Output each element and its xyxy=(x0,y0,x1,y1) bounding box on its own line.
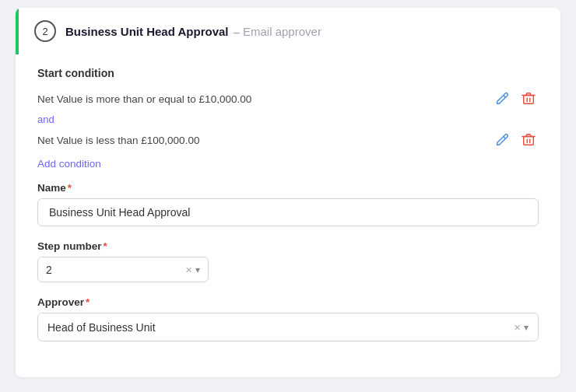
add-condition-link[interactable]: Add condition xyxy=(37,158,101,170)
name-input[interactable] xyxy=(37,198,539,226)
edit-condition-2-button[interactable] xyxy=(492,130,512,150)
approver-label: Approver* xyxy=(37,296,539,308)
condition-actions-1 xyxy=(492,89,539,109)
condition-row-1: Net Value is more than or equal to £10,0… xyxy=(37,89,539,109)
approver-required-star: * xyxy=(86,296,90,308)
approver-clear-icon[interactable]: × xyxy=(514,320,521,334)
step-number-form-group: Step number* 2 × ▾ xyxy=(37,240,539,282)
step-number-dropdown-icon: ▾ xyxy=(195,264,200,275)
card-header: 2 Business Unit Head Approval – Email ap… xyxy=(16,8,560,54)
name-label: Name* xyxy=(37,182,539,194)
approver-select[interactable]: Head of Business Unit × ▾ xyxy=(37,313,539,341)
name-required-star: * xyxy=(68,182,72,194)
step-number-required-star: * xyxy=(104,240,107,252)
page-container: 2 Business Unit Head Approval – Email ap… xyxy=(0,0,576,392)
approver-dropdown-icon: ▾ xyxy=(524,322,529,333)
condition-text-2: Net Value is less than £100,000.00 xyxy=(37,135,483,146)
card-body: Start condition Net Value is more than o… xyxy=(16,54,560,377)
svg-rect-1 xyxy=(524,137,534,145)
condition-row-2: Net Value is less than £100,000.00 xyxy=(37,130,539,150)
step-number-value: 2 xyxy=(46,264,185,276)
and-connector: and xyxy=(37,114,539,125)
name-form-group: Name* xyxy=(37,182,539,226)
condition-text-1: Net Value is more than or equal to £10,0… xyxy=(37,93,483,105)
step-badge: 2 xyxy=(34,20,56,42)
condition-actions-2 xyxy=(492,130,539,150)
edit-condition-1-button[interactable] xyxy=(492,89,512,109)
svg-rect-0 xyxy=(524,96,534,104)
approval-card: 2 Business Unit Head Approval – Email ap… xyxy=(16,8,560,377)
card-subtitle: – Email approver xyxy=(234,25,321,38)
approver-value: Head of Business Unit xyxy=(47,321,514,334)
card-title: Business Unit Head Approval xyxy=(65,25,229,38)
delete-condition-1-button[interactable] xyxy=(518,89,539,109)
approver-form-group: Approver* Head of Business Unit × ▾ xyxy=(37,296,539,341)
start-condition-label: Start condition xyxy=(37,67,539,79)
delete-condition-2-button[interactable] xyxy=(518,130,539,150)
step-number-label: Step number* xyxy=(37,240,539,252)
step-number-select[interactable]: 2 × ▾ xyxy=(37,257,209,282)
step-number-clear-icon[interactable]: × xyxy=(185,263,192,276)
